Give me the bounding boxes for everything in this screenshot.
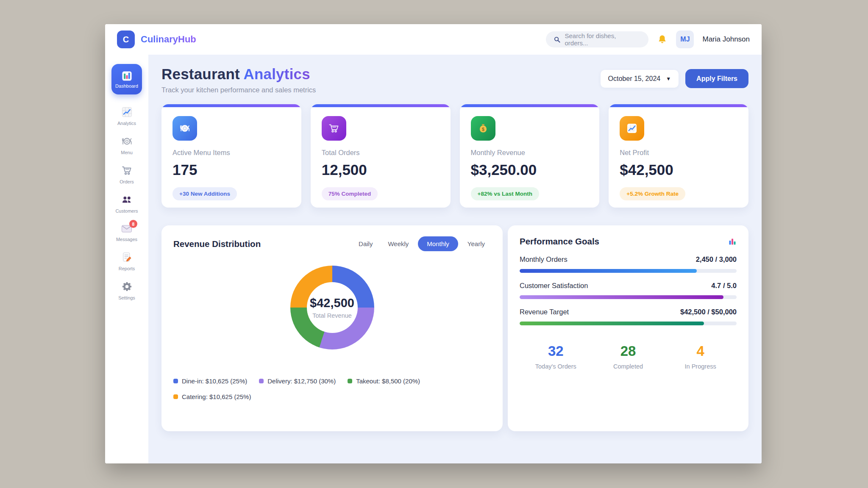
tab-yearly[interactable]: Yearly xyxy=(462,236,491,251)
stat-label: Active Menu Items xyxy=(172,149,290,157)
customers-icon xyxy=(121,194,133,205)
goal-monthly-orders: Monthly Orders 2,450 / 3,000 xyxy=(520,255,737,273)
legend-label: Takeout: $8,500 (20%) xyxy=(356,377,420,385)
cart-icon xyxy=(121,165,133,176)
stat-number: 28 xyxy=(592,343,665,359)
plate-icon xyxy=(172,116,197,141)
messages-unread-badge: 8 xyxy=(129,220,137,228)
legend-label: Delivery: $12,750 (30%) xyxy=(267,377,336,385)
plate-icon xyxy=(121,136,133,147)
card-accent-bar xyxy=(161,104,301,107)
legend-label: Dine-in: $10,625 (25%) xyxy=(182,377,247,385)
messages-envelope-icon: 8 xyxy=(121,223,133,234)
sidebar-item-reports[interactable]: Reports xyxy=(119,252,135,271)
bar-chart-icon xyxy=(728,237,737,246)
svg-text:$: $ xyxy=(482,127,484,132)
sidebar-item-messages[interactable]: 8 Messages xyxy=(116,223,137,242)
stat-number: 32 xyxy=(520,343,592,359)
goal-revenue-target: Revenue Target $42,500 / $50,000 xyxy=(520,308,737,325)
app-logo: C xyxy=(117,30,135,48)
tab-weekly[interactable]: Weekly xyxy=(382,236,415,251)
donut-legend: Dine-in: $10,625 (25%) Delivery: $12,750… xyxy=(173,377,445,400)
card-accent-bar xyxy=(460,104,600,107)
date-filter-dropdown[interactable]: October 15, 2024 ▼ xyxy=(601,70,679,88)
legend-swatch xyxy=(173,379,178,383)
page-head: Restaurant Analytics Track your kitchen … xyxy=(161,66,748,94)
notifications-bell-icon[interactable] xyxy=(657,34,668,45)
search-icon xyxy=(554,36,561,43)
goal-value: $42,500 / $50,000 xyxy=(680,308,737,316)
progress-track xyxy=(520,322,737,325)
legend-item-takeout: Takeout: $8,500 (20%) xyxy=(348,377,420,385)
search-placeholder: Search for dishes, orders... xyxy=(565,32,641,47)
donut-center-value: $42,500 xyxy=(310,296,354,310)
app-window: C CulinaryHub Search for dishes, orders.… xyxy=(105,24,762,463)
card-accent-bar xyxy=(609,104,748,107)
sidebar-item-dashboard[interactable]: Dashboard xyxy=(111,64,142,94)
revenue-panel-title: Revenue Distribution xyxy=(173,239,261,249)
stat-completed: 28 Completed xyxy=(592,343,665,370)
stat-badge: +82% vs Last Month xyxy=(471,187,539,200)
header-actions: Search for dishes, orders... MJ Maria Jo… xyxy=(546,30,750,48)
goal-label: Revenue Target xyxy=(520,308,569,316)
brand-name: CulinaryHub xyxy=(141,34,196,45)
date-filter-value: October 15, 2024 xyxy=(608,75,661,83)
period-tabs: Daily Weekly Monthly Yearly xyxy=(353,236,491,251)
reports-memo-icon xyxy=(121,252,133,263)
money-bag-icon: $ xyxy=(471,116,495,141)
stat-caption: In Progress xyxy=(664,363,737,370)
cart-icon xyxy=(322,116,346,141)
sidebar-item-label: Menu xyxy=(121,150,133,155)
stat-caption: Today's Orders xyxy=(520,363,592,370)
progress-track xyxy=(520,295,737,299)
revenue-distribution-panel: Revenue Distribution Daily Weekly Monthl… xyxy=(161,225,503,431)
sidebar-item-analytics[interactable]: Analytics xyxy=(117,106,136,126)
page-title-block: Restaurant Analytics Track your kitchen … xyxy=(161,66,316,94)
avatar[interactable]: MJ xyxy=(676,30,694,48)
sidebar-item-settings[interactable]: Settings xyxy=(118,281,135,300)
sidebar-item-label: Reports xyxy=(119,266,135,271)
stat-value: $3,250.00 xyxy=(471,161,589,178)
sidebar-item-menu[interactable]: Menu xyxy=(121,136,133,155)
apply-filters-button[interactable]: Apply Filters xyxy=(685,69,748,88)
sidebar-item-label: Orders xyxy=(120,179,134,184)
app-body: Dashboard Analytics Menu xyxy=(105,55,762,463)
panels-row: Revenue Distribution Daily Weekly Monthl… xyxy=(161,225,748,431)
stat-todays-orders: 32 Today's Orders xyxy=(520,343,592,370)
sidebar-item-label: Messages xyxy=(116,237,137,242)
legend-label: Catering: $10,625 (25%) xyxy=(182,393,251,400)
head-actions: October 15, 2024 ▼ Apply Filters xyxy=(601,69,748,88)
legend-item-catering: Catering: $10,625 (25%) xyxy=(173,393,251,400)
stat-card-net-profit: Net Profit $42,500 +5.2% Growth Rate xyxy=(609,104,748,208)
page-title-accent: Analytics xyxy=(243,66,310,82)
stat-badge: 75% Completed xyxy=(322,187,378,200)
tab-daily[interactable]: Daily xyxy=(353,236,378,251)
brand: C CulinaryHub xyxy=(117,30,196,48)
search-input[interactable]: Search for dishes, orders... xyxy=(546,31,648,47)
sidebar: Dashboard Analytics Menu xyxy=(105,55,148,463)
main-content: Restaurant Analytics Track your kitchen … xyxy=(148,55,762,463)
legend-item-delivery: Delivery: $12,750 (30%) xyxy=(259,377,336,385)
stat-label: Total Orders xyxy=(322,149,440,157)
stat-badge: +30 New Additions xyxy=(172,187,237,200)
analytics-icon xyxy=(121,106,133,118)
performance-goals-panel: Performance Goals Monthly Orders 2,450 /… xyxy=(508,225,748,431)
sidebar-item-label: Settings xyxy=(118,295,135,300)
stat-card-total-orders: Total Orders 12,500 75% Completed xyxy=(311,104,451,208)
goal-label: Monthly Orders xyxy=(520,255,568,263)
stat-in-progress: 4 In Progress xyxy=(664,343,737,370)
page-title: Restaurant Analytics xyxy=(161,66,316,83)
app-header: C CulinaryHub Search for dishes, orders.… xyxy=(105,24,762,55)
stat-number: 4 xyxy=(664,343,737,359)
sidebar-item-customers[interactable]: Customers xyxy=(115,194,138,214)
tab-monthly[interactable]: Monthly xyxy=(418,236,458,251)
progress-fill xyxy=(520,322,704,325)
goals-panel-title: Performance Goals xyxy=(520,236,599,247)
settings-gear-icon xyxy=(121,281,133,292)
legend-item-dine-in: Dine-in: $10,625 (25%) xyxy=(173,377,247,385)
screen-background: C CulinaryHub Search for dishes, orders.… xyxy=(0,0,868,488)
goal-label: Customer Satisfaction xyxy=(520,282,588,290)
sidebar-item-orders[interactable]: Orders xyxy=(120,165,134,184)
stat-badge: +5.2% Growth Rate xyxy=(620,187,685,200)
chevron-down-icon: ▼ xyxy=(666,76,671,82)
